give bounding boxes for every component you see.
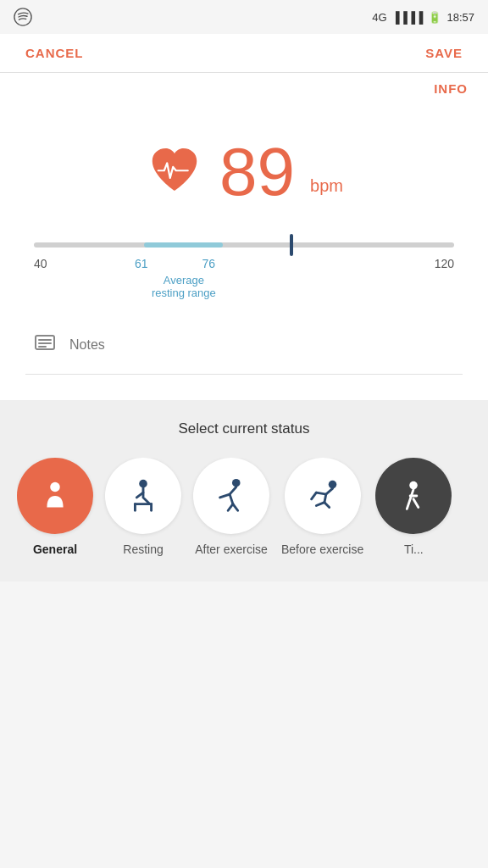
notes-icon xyxy=(34,333,56,357)
info-row: INFO xyxy=(0,73,488,96)
carrier-label: 4G xyxy=(372,11,386,24)
status-label-resting: Resting xyxy=(123,542,163,556)
status-bar: 4G ▐▐▐▐ 🔋 18:57 xyxy=(0,0,488,34)
status-bar-left xyxy=(14,8,32,26)
status-option-general[interactable]: General xyxy=(17,458,93,556)
status-option-after-exercise[interactable]: After exercise xyxy=(193,458,269,556)
status-circle-after-exercise xyxy=(193,458,269,534)
spotify-icon xyxy=(14,8,32,26)
status-circle-before-exercise xyxy=(285,458,361,534)
status-options: General Resting xyxy=(17,458,471,565)
status-section-wrapper: Select current status General xyxy=(0,400,488,595)
slider-labels-wrap: 40 61 76 120 Average resting range xyxy=(34,257,454,299)
save-button[interactable]: SAVE xyxy=(425,46,463,60)
slider-section: 40 61 76 120 Average resting range xyxy=(25,223,463,308)
slider-track[interactable] xyxy=(34,240,454,250)
heart-rate-display: 89 bpm xyxy=(25,113,463,223)
battery-icon: 🔋 xyxy=(428,11,441,24)
heart-icon xyxy=(145,142,204,202)
toolbar: CANCEL SAVE xyxy=(0,34,488,73)
status-option-tired[interactable]: Ti... xyxy=(375,458,452,556)
slider-thumb[interactable] xyxy=(290,234,293,256)
notes-input[interactable] xyxy=(69,337,454,353)
main-content: 89 bpm 40 61 76 120 Average resting rang… xyxy=(0,96,488,400)
status-option-resting[interactable]: Resting xyxy=(105,458,181,556)
status-label-general: General xyxy=(33,542,77,556)
cancel-button[interactable]: CANCEL xyxy=(25,46,84,60)
status-label-after-exercise: After exercise xyxy=(195,542,268,556)
svg-point-12 xyxy=(409,481,418,490)
notes-section xyxy=(25,316,463,375)
status-circle-general xyxy=(17,458,93,534)
slider-track-fill xyxy=(144,242,223,248)
bpm-unit: bpm xyxy=(310,176,343,206)
svg-point-0 xyxy=(14,8,31,25)
slider-range-end-label: 76 xyxy=(202,257,215,270)
svg-point-10 xyxy=(232,479,241,487)
range-label: Average resting range xyxy=(152,274,216,299)
status-label-before-exercise: Before exercise xyxy=(281,542,363,556)
bpm-value: 89 xyxy=(219,138,295,206)
slider-max-label: 120 xyxy=(435,257,454,270)
status-circle-resting xyxy=(105,458,181,534)
status-option-before-exercise[interactable]: Before exercise xyxy=(281,458,363,556)
status-title: Select current status xyxy=(17,420,471,437)
status-section: Select current status General xyxy=(0,400,488,581)
slider-range-start-label: 61 xyxy=(135,257,148,270)
signal-icon: ▐▐▐▐ xyxy=(392,11,424,24)
status-circle-tired xyxy=(375,458,452,534)
slider-min-label: 40 xyxy=(34,257,47,270)
time-label: 18:57 xyxy=(446,11,474,24)
slider-track-bg xyxy=(34,242,454,248)
status-label-tired: Ti... xyxy=(404,542,424,556)
svg-point-5 xyxy=(50,482,60,492)
info-button[interactable]: INFO xyxy=(434,81,468,96)
status-bar-right: 4G ▐▐▐▐ 🔋 18:57 xyxy=(372,11,474,24)
